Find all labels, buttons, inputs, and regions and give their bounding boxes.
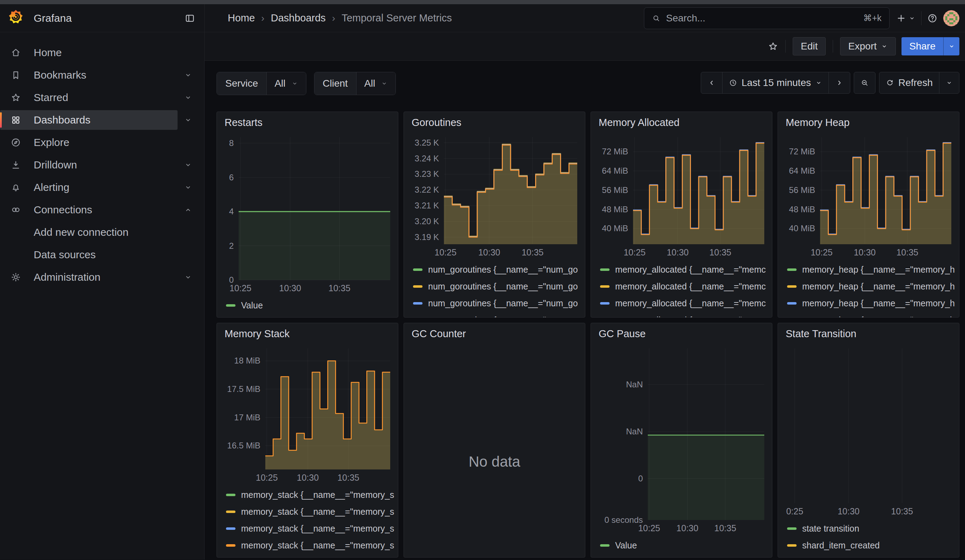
time-series-chart[interactable]: 10:2510:3010:3572 MiB64 MiB56 MiB48 MiB4… [782,130,955,260]
sidebar-item-add-new-connection[interactable]: Add new connection [0,221,204,243]
zoom-out-button[interactable] [854,72,875,93]
legend-item[interactable]: num_goroutines {__name__="num_go [413,295,581,312]
legend-item[interactable]: memory_stack {__name__="memory_s [226,503,394,520]
sidebar-link[interactable]: Bookmarks [0,65,178,85]
sidebar-item-bookmarks[interactable]: Bookmarks [0,64,204,87]
filter-value-dropdown[interactable]: All [356,72,396,95]
legend-item[interactable]: memory_allocated {__name__="memc [600,278,769,295]
sidebar-link[interactable]: Add new connection [0,222,193,242]
legend-label[interactable]: memory_stack {__name__="memory_s [241,507,394,517]
filter-value-dropdown[interactable]: All [267,72,306,95]
panel-title[interactable]: GC Pause [599,328,646,339]
legend-item[interactable]: num_goroutines {__name__="num_go [413,312,581,317]
sidebar-item-administration[interactable]: Administration [0,266,204,289]
refresh-button[interactable]: Refresh [879,72,939,93]
sidebar-item-starred[interactable]: Starred [0,87,204,109]
legend-label[interactable]: shard_item_created [802,540,880,550]
legend-item[interactable]: shard_item_created [787,537,955,553]
expand-section-button[interactable] [180,206,196,214]
edit-button[interactable]: Edit [793,37,826,56]
export-button[interactable]: Export [840,37,896,56]
sidebar-link[interactable]: Starred [0,88,178,107]
legend-item[interactable]: memory_allocated {__name__="memc [600,312,769,317]
sidebar-link[interactable]: Explore [0,132,193,152]
breadcrumb-item[interactable]: Dashboards [271,12,325,24]
panel-title[interactable]: Memory Heap [786,117,850,128]
sidebar-item-home[interactable]: Home [0,41,204,64]
panel-title[interactable]: Goroutines [412,117,461,128]
panel-title[interactable]: GC Counter [412,328,466,339]
grafana-logo-icon[interactable] [8,10,23,27]
user-avatar[interactable] [943,10,959,26]
legend-label[interactable]: memory_allocated {__name__="memc [615,315,766,318]
legend-item[interactable]: num_goroutines {__name__="num_go [413,261,581,278]
legend-label[interactable]: memory_heap {__name__="memory_h [802,315,955,318]
legend-item[interactable]: memory_stack {__name__="memory_s [226,520,394,537]
sidebar-link[interactable]: Data sources [0,245,193,264]
expand-section-button[interactable] [180,183,196,191]
panel-title[interactable]: Memory Allocated [599,117,680,128]
legend-item[interactable]: Value [600,537,769,553]
legend-label[interactable]: num_goroutines {__name__="num_go [428,264,578,275]
legend-item[interactable]: memory_stack {__name__="memory_s [226,486,394,503]
sidebar-item-drilldown[interactable]: Drilldown [0,154,204,176]
favorite-star-button[interactable] [768,41,778,52]
legend-label[interactable]: Value [615,540,637,550]
legend-label[interactable]: memory_allocated {__name__="memc [615,264,766,275]
search-box[interactable]: ⌘+k [644,7,890,29]
sidebar-item-data-sources[interactable]: Data sources [0,243,204,266]
dock-sidebar-icon[interactable] [185,13,195,23]
legend-item[interactable]: memory_heap {__name__="memory_h [787,295,955,312]
panel-title[interactable]: State Transition [786,328,857,339]
time-range-picker[interactable]: Last 15 minutes [722,72,829,93]
expand-section-button[interactable] [180,116,196,124]
legend-item[interactable]: num_goroutines {__name__="num_go [413,278,581,295]
time-series-chart[interactable]: 10:2510:3010:353.25 K3.24 K3.23 K3.22 K3… [407,130,581,260]
expand-section-button[interactable] [180,273,196,281]
legend-label[interactable]: memory_allocated {__name__="memc [615,298,766,309]
sidebar-link[interactable]: Dashboards [0,110,178,130]
add-new-button[interactable] [896,13,916,23]
legend-item[interactable]: Value [226,297,394,314]
time-series-chart[interactable]: 10:2510:3010:3518 MiB17.5 MiB17 MiB16.5 … [220,341,394,485]
time-series-chart[interactable]: 10:2510:3010:3586420 [220,130,394,296]
legend-label[interactable]: num_goroutines {__name__="num_go [428,298,578,309]
legend-item[interactable]: memory_heap {__name__="memory_h [787,312,955,317]
panel-title[interactable]: Memory Stack [224,328,290,339]
sidebar-link[interactable]: Home [0,43,193,62]
legend-label[interactable]: memory_stack {__name__="memory_s [241,490,394,500]
legend-item[interactable]: memory_allocated {__name__="memc [600,261,769,278]
panel-title[interactable]: Restarts [224,117,262,128]
legend-label[interactable]: memory_heap {__name__="memory_h [802,264,955,275]
legend-item[interactable]: state transition [787,520,955,537]
legend-label[interactable]: Value [241,300,263,310]
time-forward-button[interactable] [829,72,850,93]
search-input[interactable] [666,13,863,24]
sidebar-link[interactable]: Administration [0,267,178,287]
share-options-button[interactable] [943,37,959,56]
legend-label[interactable]: memory_allocated {__name__="memc [615,281,766,292]
help-button[interactable] [927,13,938,23]
time-series-chart[interactable]: 0:2510:3010:35 [782,341,955,519]
legend-item[interactable]: memory_heap {__name__="memory_h [787,278,955,295]
expand-section-button[interactable] [180,93,196,102]
legend-item[interactable]: memory_heap {__name__="memory_h [787,261,955,278]
sidebar-item-alerting[interactable]: Alerting [0,176,204,199]
expand-section-button[interactable] [180,161,196,169]
legend-label[interactable]: memory_heap {__name__="memory_h [802,281,955,292]
refresh-interval-button[interactable] [939,72,959,93]
legend-label[interactable]: memory_stack {__name__="memory_s [241,524,394,534]
time-series-chart[interactable]: 10:2510:3010:3572 MiB64 MiB56 MiB48 MiB4… [594,130,769,260]
sidebar-link[interactable]: Connections [0,200,178,220]
legend-item[interactable]: memory_stack {__name__="memory_s [226,537,394,553]
legend-label[interactable]: memory_stack {__name__="memory_s [241,540,394,550]
legend-item[interactable]: memory_allocated {__name__="memc [600,295,769,312]
time-back-button[interactable] [701,72,722,93]
time-series-chart[interactable]: 10:2510:3010:35NaNNaN00 seconds [594,341,769,536]
sidebar-item-dashboards[interactable]: Dashboards [0,109,204,131]
legend-label[interactable]: memory_heap {__name__="memory_h [802,298,955,309]
share-button[interactable]: Share [901,37,943,56]
sidebar-item-explore[interactable]: Explore [0,131,204,154]
legend-label[interactable]: state transition [802,524,859,534]
breadcrumb-item[interactable]: Home [228,12,255,24]
